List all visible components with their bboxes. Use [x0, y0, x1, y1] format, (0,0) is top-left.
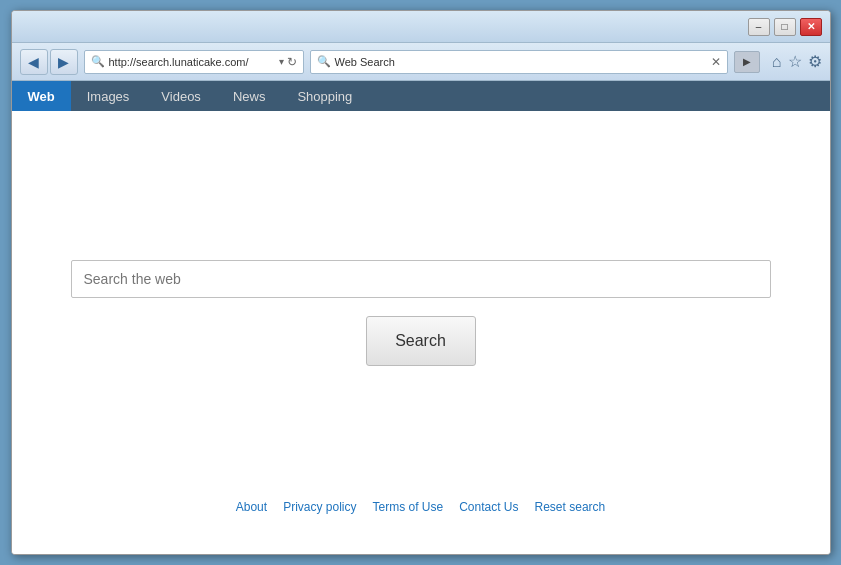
nav-item-shopping[interactable]: Shopping: [281, 81, 368, 111]
search-tab-icon: 🔍: [317, 55, 331, 68]
page-content: Search About Privacy policy Terms of Use…: [12, 111, 830, 554]
search-tab-text: Web Search: [335, 56, 707, 68]
nav-item-images[interactable]: Images: [71, 81, 146, 111]
go-button[interactable]: ▶: [734, 51, 760, 73]
home-icon[interactable]: ⌂: [772, 53, 782, 71]
search-tab-box[interactable]: 🔍 Web Search ✕: [310, 50, 728, 74]
nav-item-videos[interactable]: Videos: [145, 81, 217, 111]
footer-terms-link[interactable]: Terms of Use: [372, 500, 443, 514]
nav-item-web[interactable]: Web: [12, 81, 71, 111]
favorites-icon[interactable]: ☆: [788, 52, 802, 71]
browser-window: – □ ✕ ◀ ▶ 🔍 http://search.lunaticake.com…: [11, 10, 831, 555]
back-button[interactable]: ◀: [20, 49, 48, 75]
search-tab-close-icon[interactable]: ✕: [711, 55, 721, 69]
forward-button[interactable]: ▶: [50, 49, 78, 75]
address-box[interactable]: 🔍 http://search.lunaticake.com/ ▾ ↻: [84, 50, 304, 74]
nav-buttons: ◀ ▶: [20, 49, 78, 75]
footer-reset-link[interactable]: Reset search: [535, 500, 606, 514]
nav-item-news[interactable]: News: [217, 81, 282, 111]
search-dropdown-icon[interactable]: ▾: [279, 56, 284, 67]
settings-icon[interactable]: ⚙: [808, 52, 822, 71]
maximize-button[interactable]: □: [774, 18, 796, 36]
address-bar-area: ◀ ▶ 🔍 http://search.lunaticake.com/ ▾ ↻ …: [12, 43, 830, 81]
footer-about-link[interactable]: About: [236, 500, 267, 514]
search-input[interactable]: [71, 260, 771, 298]
address-icons: ▾ ↻: [279, 55, 297, 69]
url-text: http://search.lunaticake.com/: [109, 56, 275, 68]
footer-links: About Privacy policy Terms of Use Contac…: [236, 500, 605, 514]
search-section: Search: [71, 260, 771, 366]
search-icon: 🔍: [91, 55, 105, 68]
refresh-icon[interactable]: ↻: [287, 55, 297, 69]
toolbar-icons: ⌂ ☆ ⚙: [772, 52, 822, 71]
nav-bar: Web Images Videos News Shopping: [12, 81, 830, 111]
footer-contact-link[interactable]: Contact Us: [459, 500, 518, 514]
title-bar: – □ ✕: [12, 11, 830, 43]
search-button[interactable]: Search: [366, 316, 476, 366]
minimize-button[interactable]: –: [748, 18, 770, 36]
footer-privacy-link[interactable]: Privacy policy: [283, 500, 356, 514]
close-button[interactable]: ✕: [800, 18, 822, 36]
title-bar-buttons: – □ ✕: [748, 18, 822, 36]
